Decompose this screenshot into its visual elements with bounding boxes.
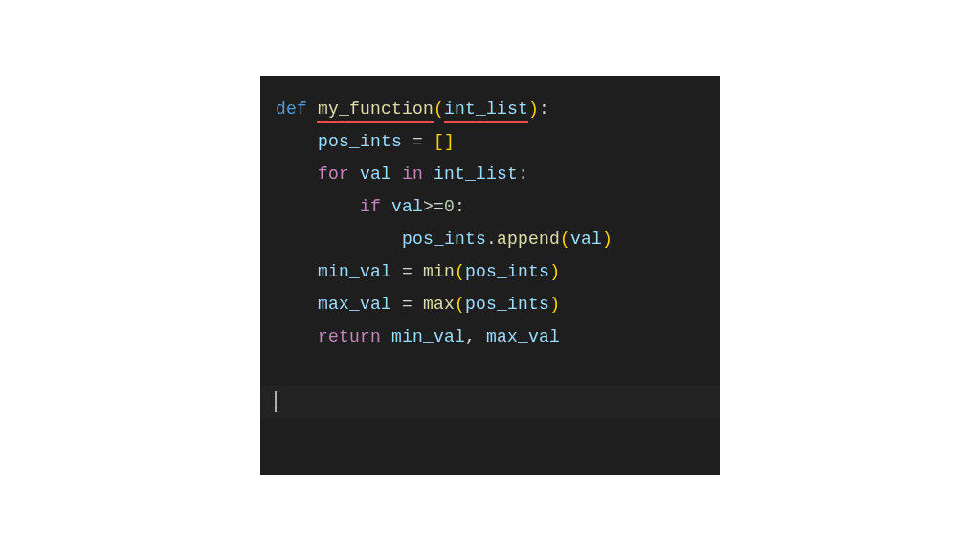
code-line-2: pos_ints = [] [276, 125, 708, 158]
code-line-1: def my_function(int_list): [276, 93, 708, 125]
code-line-4: if val>=0: [276, 190, 708, 223]
parameter: int_list [444, 99, 528, 119]
blank-line [276, 353, 708, 386]
code-line-3: for val in int_list: [276, 158, 708, 190]
keyword-def: def [276, 99, 307, 119]
current-line [260, 386, 720, 418]
cursor [275, 391, 277, 412]
code-line-8: return min_val, max_val [276, 320, 708, 353]
code-editor: def my_function(int_list): pos_ints = []… [260, 76, 720, 475]
code-line-6: min_val = min(pos_ints) [276, 255, 708, 288]
code-line-5: pos_ints.append(val) [276, 223, 708, 255]
code-block[interactable]: def my_function(int_list): pos_ints = []… [276, 93, 708, 418]
code-line-7: max_val = max(pos_ints) [276, 288, 708, 320]
function-name: my_function [318, 99, 434, 119]
